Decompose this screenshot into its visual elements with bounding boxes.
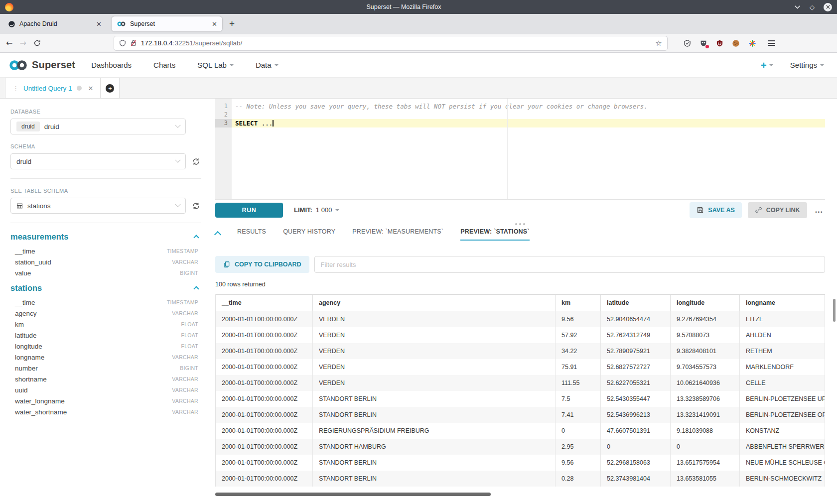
query-tab-close-icon[interactable]: ✕ [88, 85, 94, 92]
tab-results[interactable]: RESULTS [237, 228, 266, 241]
table-cell: STANDORT BERLIN [313, 455, 556, 471]
column-header-longitude[interactable]: longitude [671, 295, 740, 311]
table-row[interactable]: 2000-01-01T00:00:00.000ZVERDEN75.9152.68… [216, 359, 825, 375]
refresh-schema-icon[interactable] [192, 157, 200, 166]
extension-shield-icon[interactable] [684, 39, 691, 47]
results-table-header: __timeagencykmlatitudelongitudelongname [216, 294, 825, 311]
window-maximize-icon[interactable]: ◇ [810, 4, 815, 10]
table-row[interactable]: 2000-01-01T00:00:00.000ZREGIERUNGSPRÄSID… [216, 423, 825, 439]
table-cell: 52.2968158063 [601, 455, 671, 471]
table-row[interactable]: 2000-01-01T00:00:00.000ZSTANDORT BERLIN7… [216, 407, 825, 423]
extension-mask-icon[interactable] [699, 39, 707, 47]
column-type: FLOAT [181, 321, 198, 327]
extension-asterisk-icon[interactable] [748, 39, 756, 47]
table-row[interactable]: 2000-01-01T00:00:00.000ZVERDEN9.5652.904… [216, 311, 825, 327]
new-item-button[interactable]: + [761, 60, 773, 70]
table-select[interactable]: stations [10, 198, 186, 214]
horizontal-scrollbar[interactable] [215, 493, 825, 496]
chevron-down-icon [275, 64, 279, 66]
schema-select[interactable]: druid [10, 153, 186, 169]
database-label: DATABASE [10, 109, 201, 115]
print-margin [507, 99, 508, 199]
collapse-chevron-up-icon[interactable] [214, 231, 221, 238]
table-row[interactable]: 2000-01-01T00:00:00.000ZSTANDORT BERLIN7… [216, 391, 825, 407]
sql-active-line: SELECT ... [232, 119, 825, 127]
copy-to-clipboard-button[interactable]: COPY TO CLIPBOARD [215, 256, 309, 273]
menu-hamburger-icon[interactable] [768, 40, 775, 46]
bookmark-star-icon[interactable]: ☆ [655, 39, 662, 48]
column-header-km[interactable]: km [556, 295, 601, 311]
table-row[interactable]: 2000-01-01T00:00:00.000ZVERDEN34.2252.78… [216, 343, 825, 359]
schema-table-header[interactable]: measurements [10, 232, 201, 242]
nav-item-sql-lab[interactable]: SQL Lab [197, 61, 234, 69]
line-number: 3 [215, 119, 232, 127]
nav-item-dashboards[interactable]: Dashboards [91, 61, 132, 69]
browser-tab-apache-druid[interactable]: Apache Druid ✕ [3, 16, 107, 31]
query-tab-untitled-query-1[interactable]: ⋮ Untitled Query 1 ✕ [5, 78, 101, 98]
nav-item-charts[interactable]: Charts [153, 61, 175, 69]
tab-preview-measurements[interactable]: PREVIEW: `MEASUREMENTS` [352, 228, 443, 241]
table-cell: 9.57088073 [671, 327, 740, 343]
column-header-time[interactable]: __time [216, 295, 313, 311]
table-cell: 57.92 [556, 327, 601, 343]
window-shade-icon[interactable] [794, 5, 801, 9]
chevron-down-icon [230, 64, 234, 66]
settings-label: Settings [790, 61, 817, 69]
table-row[interactable]: 2000-01-01T00:00:00.000ZVERDEN111.5552.6… [216, 375, 825, 391]
extension-cookie-icon[interactable] [732, 39, 740, 47]
new-tab-button[interactable]: + [229, 18, 235, 29]
tab-close-icon[interactable]: ✕ [212, 20, 217, 28]
save-as-button[interactable]: SAVE AS [690, 202, 742, 218]
browser-tab-title: Apache Druid [19, 20, 92, 27]
database-select[interactable]: druid druid [10, 119, 186, 134]
copy-link-button[interactable]: COPY LINK [748, 202, 807, 218]
chevron-up-icon[interactable] [193, 235, 199, 240]
link-icon [755, 206, 762, 214]
column-row: __timeTIMESTAMP [10, 297, 201, 308]
browser-tab-superset[interactable]: Superset ✕ [112, 16, 222, 31]
column-header-latitude[interactable]: latitude [601, 295, 671, 311]
lock-insecure-icon[interactable] [130, 39, 137, 47]
table-row[interactable]: 2000-01-01T00:00:00.000ZVERDEN57.9252.76… [216, 327, 825, 343]
reload-button[interactable] [33, 39, 41, 47]
column-name: number [15, 365, 38, 372]
vertical-scrollbar-thumb[interactable] [833, 299, 836, 322]
nav-menu: DashboardsChartsSQL LabData [91, 61, 278, 69]
more-actions-button[interactable]: ... [813, 206, 825, 215]
chevron-up-icon[interactable] [193, 286, 199, 291]
extension-ublock-icon[interactable] [716, 39, 723, 47]
new-query-tab-button[interactable]: + [101, 78, 120, 98]
superset-logo[interactable]: Superset [8, 59, 75, 71]
back-button[interactable]: ← [6, 38, 12, 48]
pane-splitter[interactable] [215, 220, 825, 228]
table-row[interactable]: 2000-01-01T00:00:00.000ZSTANDORT BERLIN0… [216, 471, 825, 487]
url-text[interactable]: 172.18.0.4:32251/superset/sqllab/ [141, 39, 652, 47]
schema-table-header[interactable]: stations [10, 283, 201, 293]
shield-icon[interactable] [119, 39, 126, 47]
column-header-longname[interactable]: longname [740, 295, 825, 311]
window-close-icon[interactable] [824, 3, 832, 11]
column-header-agency[interactable]: agency [313, 295, 556, 311]
table-cell: 47.6607501391 [601, 423, 671, 439]
refresh-table-icon[interactable] [192, 202, 200, 210]
sql-editor[interactable]: 1 2 3 -- Note: Unless you save your quer… [215, 99, 825, 199]
tab-preview-stations[interactable]: PREVIEW: `STATIONS` [460, 228, 530, 241]
drag-handle-icon[interactable]: ⋮ [12, 85, 19, 92]
table-cell: 52.6827572727 [601, 359, 671, 375]
tab-query-history[interactable]: QUERY HISTORY [283, 228, 335, 241]
nav-item-data[interactable]: Data [256, 61, 279, 69]
scrollbar-thumb[interactable] [215, 493, 491, 496]
column-type: BIGINT [180, 270, 198, 276]
table-cell: STANDORT BERLIN [313, 407, 556, 423]
browser-tab-strip: Apache Druid ✕ Superset ✕ + [0, 14, 837, 34]
filter-results-input[interactable] [314, 256, 825, 273]
forward-button: → [19, 38, 26, 48]
table-row[interactable]: 2000-01-01T00:00:00.000ZSTANDORT HAMBURG… [216, 439, 825, 455]
limit-dropdown[interactable]: LIMIT: 1 000 [294, 206, 339, 214]
tab-close-icon[interactable]: ✕ [96, 20, 102, 28]
run-button[interactable]: RUN [215, 203, 283, 218]
url-bar[interactable]: 172.18.0.4:32251/superset/sqllab/ ☆ [114, 36, 668, 51]
editor-code-area[interactable]: -- Note: Unless you save your query, the… [232, 99, 825, 199]
table-row[interactable]: 2000-01-01T00:00:00.000ZSTANDORT BERLIN9… [216, 455, 825, 471]
settings-menu[interactable]: Settings [790, 61, 824, 69]
